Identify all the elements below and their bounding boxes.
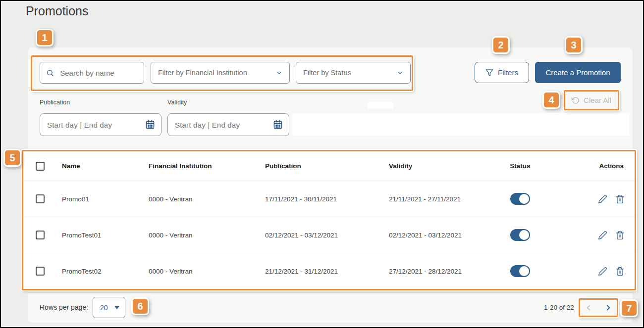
status-toggle[interactable]	[510, 193, 530, 205]
status-toggle[interactable]	[510, 229, 530, 241]
callout-badge-7: 7	[620, 299, 638, 317]
clear-all-label: Clear All	[584, 96, 611, 104]
cell-validity: 21/11/2021 - 27/11/2021	[389, 195, 490, 203]
previous-page-button[interactable]	[584, 303, 593, 312]
cell-financial-institution: 0000 - Veritran	[149, 232, 265, 239]
column-header-actions: Actions	[550, 162, 635, 170]
funnel-icon	[485, 69, 493, 77]
pencil-icon	[598, 194, 607, 204]
column-header-financial-institution: Financial Institution	[149, 162, 265, 170]
cell-publication: 17/11/2021 - 30/11/2021	[265, 195, 389, 203]
delete-button[interactable]	[615, 267, 625, 276]
cell-validity: 27/12/2021 - 28/12/2021	[389, 268, 490, 275]
white-strip-small	[368, 102, 393, 109]
select-all-checkbox[interactable]	[36, 162, 45, 171]
column-header-publication: Publication	[265, 162, 389, 170]
callout-badge-4: 4	[542, 91, 560, 109]
callout-badge-6: 6	[131, 297, 149, 315]
rows-per-page-select[interactable]: 20	[93, 297, 125, 318]
cell-financial-institution: 0000 - Veritran	[149, 195, 265, 203]
status-toggle[interactable]	[510, 265, 530, 277]
table-body: Promo01 0000 - Veritran 17/11/2021 - 30/…	[23, 181, 635, 289]
undo-icon	[572, 96, 580, 104]
pencil-icon	[598, 267, 607, 276]
validity-date-placeholder: Start day | End day	[175, 121, 240, 129]
cell-publication: 02/12/2021 - 03/12/2021	[265, 232, 389, 239]
chevron-down-icon	[276, 70, 282, 76]
callout-badge-1: 1	[36, 29, 54, 47]
calendar-icon	[145, 120, 155, 130]
edit-button[interactable]	[598, 267, 607, 276]
filters-button-label: Filters	[498, 68, 518, 77]
trash-icon	[615, 231, 625, 240]
table-header-row: Name Financial Institution Publication V…	[23, 151, 635, 181]
publication-filter-label: Publication	[40, 99, 70, 106]
promotions-screen: Promotions Filter by Financial Instituti…	[0, 0, 644, 328]
create-promotion-label: Create a Promotion	[545, 68, 610, 77]
validity-filter-label: Validity	[167, 99, 187, 106]
chevron-right-icon	[604, 303, 613, 312]
toggle-knob	[519, 266, 529, 276]
white-strip-wide	[292, 113, 630, 136]
filters-button[interactable]: Filters	[475, 62, 529, 83]
column-header-status: Status	[490, 162, 550, 170]
pagination-range-text: 1-20 of 22	[544, 304, 574, 311]
column-header-validity: Validity	[389, 162, 490, 170]
page-title: Promotions	[26, 4, 88, 18]
edit-button[interactable]	[598, 194, 607, 204]
financial-institution-filter-label: Filter by Financial Institution	[158, 69, 247, 77]
row-checkbox[interactable]	[36, 231, 45, 239]
callout-badge-5: 5	[3, 149, 21, 167]
pencil-icon	[598, 231, 607, 240]
toggle-knob	[519, 194, 529, 204]
toggle-knob	[519, 230, 529, 240]
trash-icon	[615, 194, 625, 204]
chevron-down-icon	[397, 70, 403, 76]
delete-button[interactable]	[615, 194, 625, 204]
status-filter-select[interactable]: Filter by Status	[296, 62, 411, 84]
table-row: PromoTest01 0000 - Veritran 02/12/2021 -…	[23, 217, 635, 253]
cell-publication: 21/12/2021 - 31/12/2021	[265, 268, 389, 275]
callout-badge-2: 2	[492, 36, 510, 54]
trash-icon	[615, 267, 625, 276]
cell-name: PromoTest01	[62, 232, 149, 239]
chevron-left-icon	[584, 303, 593, 312]
table-row: PromoTest02 0000 - Veritran 21/12/2021 -…	[23, 253, 635, 289]
column-header-name: Name	[62, 162, 149, 170]
search-input[interactable]	[59, 68, 138, 78]
edit-button[interactable]	[598, 231, 607, 240]
delete-button[interactable]	[615, 231, 625, 240]
status-filter-label: Filter by Status	[303, 69, 351, 77]
row-checkbox[interactable]	[36, 194, 45, 203]
cell-name: Promo01	[62, 195, 149, 203]
row-checkbox[interactable]	[36, 267, 45, 276]
pagination-controls	[579, 298, 618, 317]
search-icon	[46, 68, 54, 78]
validity-date-range-input[interactable]: Start day | End day	[167, 113, 289, 136]
calendar-icon	[273, 120, 283, 130]
callout-badge-3: 3	[565, 36, 583, 54]
table-row: Promo01 0000 - Veritran 17/11/2021 - 30/…	[23, 181, 635, 217]
next-page-button[interactable]	[604, 303, 613, 312]
search-field[interactable]	[40, 62, 144, 84]
caret-down-icon	[114, 306, 119, 309]
promotions-table: Name Financial Institution Publication V…	[22, 150, 636, 290]
cell-validity: 02/12/2021 - 03/12/2021	[389, 232, 490, 239]
publication-date-placeholder: Start day | End day	[47, 121, 112, 129]
rows-per-page-label: Rows per page:	[40, 303, 88, 311]
publication-date-range-input[interactable]: Start day | End day	[40, 113, 161, 136]
clear-all-button[interactable]: Clear All	[564, 90, 619, 110]
financial-institution-filter-select[interactable]: Filter by Financial Institution	[151, 62, 290, 84]
cell-name: PromoTest02	[62, 268, 149, 275]
rows-per-page-value: 20	[100, 304, 108, 312]
cell-financial-institution: 0000 - Veritran	[149, 268, 265, 275]
create-promotion-button[interactable]: Create a Promotion	[535, 62, 621, 83]
